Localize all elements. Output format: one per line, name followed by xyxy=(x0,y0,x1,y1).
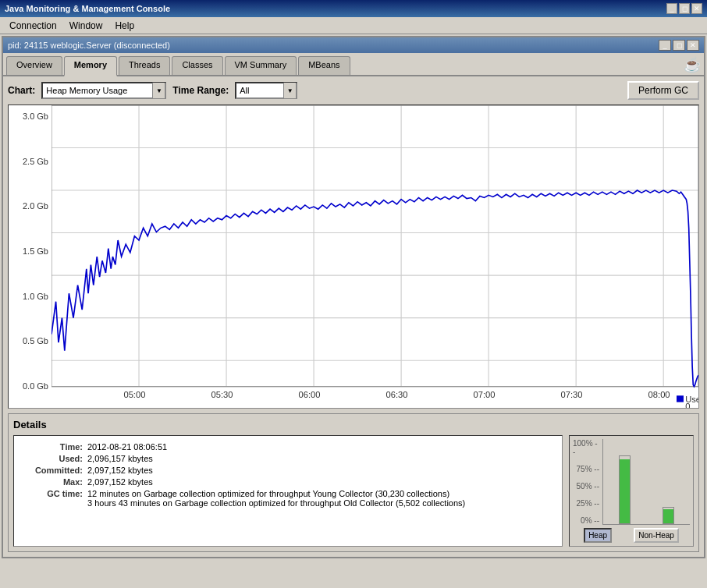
svg-text:07:00: 07:00 xyxy=(474,391,496,400)
menu-connection[interactable]: Connection xyxy=(3,19,63,33)
y-label-4: 1.0 Gb xyxy=(23,292,48,301)
window-restore-button[interactable]: ◻ xyxy=(673,40,685,51)
detail-committed-label: Committed: xyxy=(20,466,83,475)
perform-gc-button[interactable]: Perform GC xyxy=(627,81,699,100)
heap-label-button[interactable]: Heap xyxy=(584,528,612,543)
bar-pct-100: 100% -- xyxy=(573,439,599,456)
svg-text:0: 0 xyxy=(685,402,690,408)
bar-pct-25: 25% -- xyxy=(577,499,599,508)
non-heap-used-bar xyxy=(663,509,673,523)
tab-threads[interactable]: Threads xyxy=(119,56,170,75)
details-content: Time: 2012-08-21 08:06:51 Used: 2,096,15… xyxy=(13,435,694,547)
minimize-button[interactable]: _ xyxy=(666,3,677,14)
chart-container: 3.0 Gb 2.5 Gb 2.0 Gb 1.5 Gb 1.0 Gb 0.5 G… xyxy=(8,104,699,409)
bar-pct-0: 0% -- xyxy=(581,516,599,525)
tab-vm-summary[interactable]: VM Summary xyxy=(225,56,297,75)
details-right-panel: 100% -- 75% -- 50% -- 25% -- 0% -- xyxy=(569,435,694,547)
tab-mbeans[interactable]: MBeans xyxy=(298,56,350,75)
detail-time-row: Time: 2012-08-21 08:06:51 xyxy=(20,442,556,452)
svg-text:08:00: 08:00 xyxy=(648,391,670,400)
tab-overview[interactable]: Overview xyxy=(6,56,62,75)
chart-select-wrap: Heap Memory Usage ▼ xyxy=(41,82,166,99)
chart-select-value[interactable]: Heap Memory Usage xyxy=(43,86,152,95)
svg-text:05:00: 05:00 xyxy=(123,391,145,400)
detail-gc-row: GC time: 12 minutes on Garbage collectio… xyxy=(20,489,556,508)
window-title-text: pid: 24115 weblogic.Server (disconnected… xyxy=(8,41,170,50)
menu-bar: Connection Window Help xyxy=(0,17,707,34)
menu-window[interactable]: Window xyxy=(63,19,109,33)
y-label-6: 0.0 Gb xyxy=(23,381,48,391)
bars-area xyxy=(602,439,690,525)
bar-pct-50: 50% -- xyxy=(577,482,599,491)
detail-used-row: Used: 2,096,157 kbytes xyxy=(20,454,556,463)
heap-used-bar xyxy=(620,459,630,523)
window-minimize-button[interactable]: _ xyxy=(659,40,671,51)
chart-label: Chart: xyxy=(8,85,35,96)
time-range-select-wrap: All ▼ xyxy=(235,82,297,99)
restore-button[interactable]: ◻ xyxy=(679,3,690,14)
svg-text:05:30: 05:30 xyxy=(211,391,233,400)
detail-committed-value: 2,097,152 kbytes xyxy=(87,466,556,475)
details-title: Details xyxy=(13,419,694,430)
time-range-value[interactable]: All xyxy=(236,86,283,95)
detail-gc-value: 12 minutes on Garbage collection optimiz… xyxy=(87,489,556,508)
chart-plot-area: Used 0 05:00 05:30 06:00 06:30 07:00 07:… xyxy=(52,105,698,408)
time-range-label: Time Range: xyxy=(172,85,229,96)
detail-gc-label: GC time: xyxy=(20,489,83,508)
non-heap-label-button[interactable]: Non-Heap xyxy=(634,528,679,543)
bar-labels: Heap Non-Heap xyxy=(573,528,690,543)
tab-memory[interactable]: Memory xyxy=(64,56,117,76)
y-label-5: 0.5 Gb xyxy=(23,336,48,345)
heap-committed-bar xyxy=(619,455,631,524)
detail-time-value: 2012-08-21 08:06:51 xyxy=(87,442,556,452)
tab-classes[interactable]: Classes xyxy=(172,56,222,75)
heap-bars xyxy=(619,455,631,524)
title-bar-text: Java Monitoring & Management Console xyxy=(5,4,170,13)
bar-chart-container: 100% -- 75% -- 50% -- 25% -- 0% -- xyxy=(573,439,690,525)
menu-help[interactable]: Help xyxy=(108,19,140,33)
bar-pct-75: 75% -- xyxy=(577,465,599,473)
title-bar-controls: _ ◻ ✕ xyxy=(666,3,702,14)
content-area: Chart: Heap Memory Usage ▼ Time Range: A… xyxy=(3,76,704,557)
window-frame: pid: 24115 weblogic.Server (disconnected… xyxy=(2,36,705,558)
y-axis: 3.0 Gb 2.5 Gb 2.0 Gb 1.5 Gb 1.0 Gb 0.5 G… xyxy=(9,105,52,408)
chart-controls: Chart: Heap Memory Usage ▼ Time Range: A… xyxy=(8,81,699,100)
y-label-0: 3.0 Gb xyxy=(23,112,48,121)
detail-time-label: Time: xyxy=(20,442,83,452)
detail-max-row: Max: 2,097,152 kbytes xyxy=(20,477,556,487)
window-close-button[interactable]: ✕ xyxy=(687,40,699,51)
non-heap-committed-bar xyxy=(663,507,674,524)
detail-used-value: 2,096,157 kbytes xyxy=(87,454,556,463)
detail-max-value: 2,097,152 kbytes xyxy=(87,477,556,487)
close-button[interactable]: ✕ xyxy=(691,3,702,14)
svg-text:06:00: 06:00 xyxy=(298,391,320,400)
chart-svg: Used 0 05:00 05:30 06:00 06:30 07:00 07:… xyxy=(52,105,698,408)
y-label-3: 1.5 Gb xyxy=(23,246,48,256)
details-left-panel: Time: 2012-08-21 08:06:51 Used: 2,096,15… xyxy=(13,435,563,547)
y-label-2: 2.0 Gb xyxy=(23,201,48,211)
svg-text:06:30: 06:30 xyxy=(385,391,407,400)
bar-y-axis: 100% -- 75% -- 50% -- 25% -- 0% -- xyxy=(573,439,602,525)
detail-used-label: Used: xyxy=(20,454,83,463)
chart-select-arrow[interactable]: ▼ xyxy=(152,83,165,98)
detail-committed-row: Committed: 2,097,152 kbytes xyxy=(20,466,556,475)
title-bar: Java Monitoring & Management Console _ ◻… xyxy=(0,0,707,17)
time-range-arrow[interactable]: ▼ xyxy=(283,83,296,98)
detail-max-label: Max: xyxy=(20,477,83,487)
non-heap-bars xyxy=(663,507,674,524)
y-label-1: 2.5 Gb xyxy=(23,157,48,166)
tab-bar: Overview Memory Threads Classes VM Summa… xyxy=(3,53,704,76)
window-title-bar: pid: 24115 weblogic.Server (disconnected… xyxy=(3,37,704,53)
svg-text:07:30: 07:30 xyxy=(561,391,583,400)
svg-rect-16 xyxy=(677,395,684,402)
details-section: Details Time: 2012-08-21 08:06:51 Used: … xyxy=(8,413,699,552)
